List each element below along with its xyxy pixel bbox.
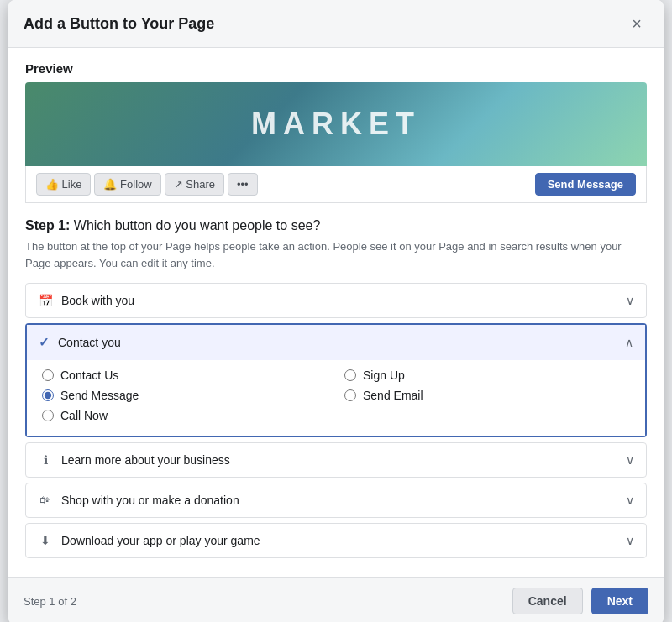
accordion-contact: ✓ Contact you ∧ Contact Us Sign Up Send … bbox=[25, 323, 647, 437]
accordion-book: 📅 Book with you ∨ bbox=[25, 283, 647, 318]
chevron-down-icon-download: ∨ bbox=[626, 534, 634, 547]
info-icon: ℹ bbox=[38, 453, 53, 467]
radio-send-email-input[interactable] bbox=[344, 389, 356, 401]
download-icon: ⬇ bbox=[38, 534, 53, 547]
radio-send-email-label: Send Email bbox=[363, 389, 423, 402]
radio-contact-us[interactable]: Contact Us bbox=[42, 368, 328, 382]
follow-button[interactable]: 🔔 Follow bbox=[94, 173, 160, 196]
accordion-learn-label: Learn more about your business bbox=[61, 453, 230, 467]
modal-title: Add a Button to Your Page bbox=[24, 15, 214, 33]
accordion-shop: 🛍 Shop with you or make a donation ∨ bbox=[25, 483, 647, 518]
radio-send-email[interactable]: Send Email bbox=[344, 389, 630, 402]
chevron-down-icon-shop: ∨ bbox=[626, 494, 634, 507]
radio-send-message-label: Send Message bbox=[60, 389, 139, 402]
chevron-down-icon: ∨ bbox=[626, 294, 634, 307]
accordion-book-label: Book with you bbox=[61, 294, 134, 307]
modal-body: Preview MARKET 👍 Like 🔔 Follow ↗ Share •… bbox=[8, 48, 664, 577]
accordion-book-header[interactable]: 📅 Book with you ∨ bbox=[26, 284, 646, 317]
shop-icon: 🛍 bbox=[38, 494, 53, 507]
check-icon: ✓ bbox=[39, 335, 50, 350]
like-button[interactable]: 👍 Like bbox=[36, 173, 91, 196]
accordion-shop-label: Shop with you or make a donation bbox=[61, 494, 239, 507]
page-actions-bar: 👍 Like 🔔 Follow ↗ Share ••• Send Message bbox=[25, 166, 647, 203]
close-button[interactable]: × bbox=[625, 12, 648, 35]
modal-header: Add a Button to Your Page × bbox=[8, 0, 664, 48]
accordion-download-label: Download your app or play your game bbox=[61, 534, 260, 547]
radio-send-message-input[interactable] bbox=[42, 389, 54, 401]
chevron-down-icon-learn: ∨ bbox=[626, 453, 634, 467]
preview-label: Preview bbox=[25, 61, 647, 76]
accordion-learn: ℹ Learn more about your business ∨ bbox=[25, 442, 647, 478]
accordion-contact-content: Contact Us Sign Up Send Message Send Ema… bbox=[27, 360, 645, 436]
chevron-up-icon: ∧ bbox=[625, 336, 633, 349]
step-title: Step 1: Which button do you want people … bbox=[25, 218, 647, 233]
next-button[interactable]: Next bbox=[591, 588, 648, 614]
radio-call-now-label: Call Now bbox=[60, 409, 108, 422]
preview-image: MARKET bbox=[25, 82, 647, 166]
share-button[interactable]: ↗ Share bbox=[165, 173, 224, 196]
radio-sign-up-label: Sign Up bbox=[363, 368, 405, 382]
add-button-modal: Add a Button to Your Page × Preview MARK… bbox=[8, 0, 664, 622]
radio-contact-us-input[interactable] bbox=[42, 369, 54, 381]
accordion-contact-label: Contact you bbox=[58, 336, 121, 349]
radio-sign-up-input[interactable] bbox=[344, 369, 356, 381]
accordion-download: ⬇ Download your app or play your game ∨ bbox=[25, 523, 647, 558]
radio-call-now[interactable]: Call Now bbox=[42, 409, 328, 422]
radio-send-message[interactable]: Send Message bbox=[42, 389, 328, 402]
radio-sign-up[interactable]: Sign Up bbox=[344, 368, 630, 382]
accordion-shop-header[interactable]: 🛍 Shop with you or make a donation ∨ bbox=[26, 483, 646, 517]
footer-step-label: Step 1 of 2 bbox=[24, 595, 76, 608]
more-button[interactable]: ••• bbox=[228, 173, 258, 196]
modal-footer: Step 1 of 2 Cancel Next bbox=[8, 577, 664, 622]
footer-buttons: Cancel Next bbox=[512, 588, 648, 614]
calendar-icon: 📅 bbox=[38, 294, 53, 307]
market-text: MARKET bbox=[251, 107, 421, 142]
radio-call-now-input[interactable] bbox=[42, 410, 54, 421]
accordion-download-header[interactable]: ⬇ Download your app or play your game ∨ bbox=[26, 524, 646, 557]
radio-contact-us-label: Contact Us bbox=[60, 368, 118, 382]
send-message-button[interactable]: Send Message bbox=[535, 173, 636, 196]
accordion-contact-header[interactable]: ✓ Contact you ∧ bbox=[27, 325, 645, 360]
accordion-learn-header[interactable]: ℹ Learn more about your business ∨ bbox=[26, 443, 646, 477]
step-description: The button at the top of your Page helps… bbox=[25, 238, 647, 271]
cancel-button[interactable]: Cancel bbox=[512, 588, 583, 614]
step-section: Step 1: Which button do you want people … bbox=[25, 218, 647, 271]
